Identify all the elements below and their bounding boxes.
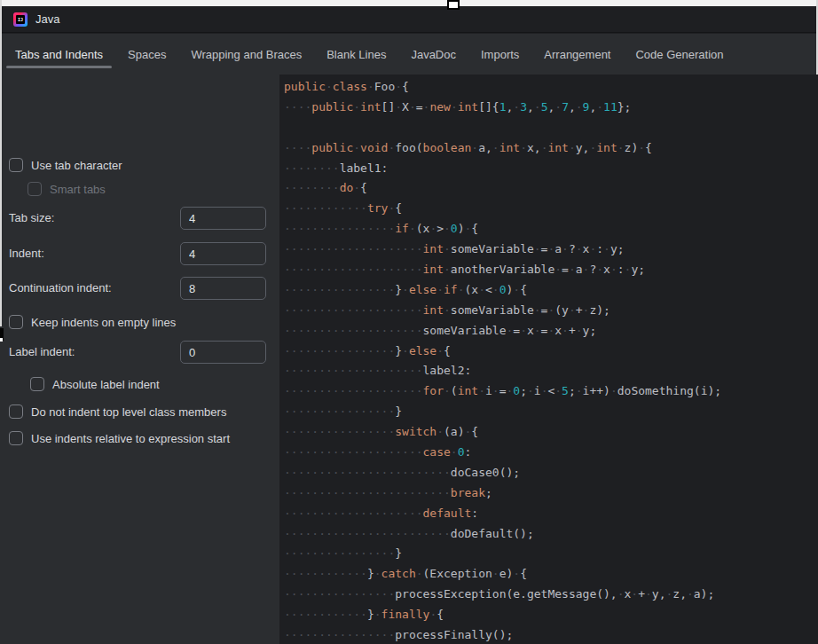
- tab-arrangement[interactable]: Arrangement: [531, 34, 623, 75]
- code-line: ····················for·(int·i·=·0;·i·<·…: [284, 381, 818, 402]
- window-resize-handle[interactable]: [447, 0, 460, 10]
- tab-imports[interactable]: Imports: [468, 34, 531, 75]
- code-line: ········do·{: [284, 178, 818, 199]
- do-not-indent-top-level-class-members-row[interactable]: Do not indent top level class members: [9, 404, 226, 419]
- code-preview: public·class·Foo·{····public·int[]·X·=·n…: [279, 75, 818, 644]
- screenshot-top-edge: [0, 0, 818, 6]
- indent-input[interactable]: [180, 242, 266, 265]
- code-line: ················}·else·if·(x·<·0)·{: [284, 280, 818, 301]
- window-title: Java: [35, 12, 59, 26]
- label-indent-input[interactable]: [180, 341, 266, 364]
- code-line: ····················default:: [284, 504, 818, 524]
- absolute-label-indent-row[interactable]: Absolute label indent: [30, 377, 160, 391]
- code-line: ················}: [284, 402, 818, 422]
- smart-tabs-label: Smart tabs: [50, 183, 106, 196]
- code-line: ····················someVariable·=·x·=·x…: [284, 321, 818, 342]
- title-bar: IJ Java: [0, 6, 818, 33]
- absolute-label-indent-label[interactable]: Absolute label indent: [52, 378, 160, 391]
- code-line: ····public·void·foo(boolean·a,·int·x,·in…: [284, 138, 818, 159]
- content: Use tab character Smart tabs Tab size: I…: [0, 75, 818, 644]
- do-not-indent-top-level-class-members-checkbox[interactable]: [9, 404, 23, 419]
- code-line: ························doDefault();: [284, 524, 818, 545]
- absolute-label-indent-checkbox[interactable]: [30, 377, 44, 391]
- code-style-java-window: IJ Java Tabs and IndentsSpacesWrapping a…: [0, 0, 818, 644]
- code-line: ····················int·someVariable·=·(…: [284, 301, 818, 321]
- code-line: ················}·else·{: [284, 342, 818, 362]
- code-line: ········label1:: [284, 159, 818, 179]
- label-indent-label: Label indent:: [9, 345, 75, 358]
- use-indents-relative-to-expression-start-label[interactable]: Use indents relative to expression start: [31, 432, 230, 445]
- smart-tabs-checkbox: [28, 182, 42, 196]
- do-not-indent-top-level-class-members-label[interactable]: Do not indent top level class members: [31, 405, 226, 419]
- code-line: public·class·Foo·{: [284, 77, 818, 98]
- code-line: ················switch·(a)·{: [284, 422, 818, 443]
- use-indents-relative-to-expression-start-checkbox[interactable]: [9, 431, 23, 445]
- tab-size-input[interactable]: [180, 207, 266, 230]
- code-line: ················if·(x·>·0)·{: [284, 219, 818, 240]
- code-line: ····················label2:: [284, 361, 818, 381]
- settings-panel: Use tab character Smart tabs Tab size: I…: [0, 75, 279, 644]
- tab-spaces[interactable]: Spaces: [115, 34, 178, 75]
- tab-blank-lines[interactable]: Blank Lines: [314, 34, 398, 75]
- continuation-indent-label: Continuation indent:: [9, 281, 112, 295]
- tab-tabs-and-indents[interactable]: Tabs and Indents: [3, 34, 115, 75]
- screenshot-left-tick-dot: [0, 338, 3, 342]
- code-line: ························doCase0();: [284, 463, 818, 483]
- code-line: ····public·int[]·X·=·new·int[]{1,·3,·5,·…: [284, 98, 818, 118]
- keep-indents-on-empty-lines-row[interactable]: Keep indents on empty lines: [9, 315, 176, 329]
- intellij-idea-logo-icon: IJ: [13, 12, 28, 27]
- code-line: ····················int·anotherVariable·…: [284, 260, 818, 280]
- code-line: [284, 118, 818, 138]
- tab-bar: Tabs and IndentsSpacesWrapping and Brace…: [0, 34, 818, 75]
- code-line: ····················int·someVariable·=·a…: [284, 240, 818, 260]
- smart-tabs-row: Smart tabs: [28, 182, 106, 196]
- use-indents-relative-to-expression-start-row[interactable]: Use indents relative to expression start: [9, 431, 230, 445]
- use-tab-character-row[interactable]: Use tab character: [9, 158, 122, 172]
- continuation-indent-input[interactable]: [180, 277, 266, 300]
- screenshot-left-edge: [0, 0, 2, 326]
- code-line: ················}: [284, 544, 818, 564]
- code-line: ························break;: [284, 483, 818, 504]
- code-line: ············try·{: [284, 199, 818, 219]
- tab-wrapping-and-braces[interactable]: Wrapping and Braces: [178, 34, 314, 75]
- code-line: ················processException(e.getMe…: [284, 585, 818, 605]
- use-tab-character-label[interactable]: Use tab character: [31, 159, 122, 172]
- code-line: ············}·catch·(Exception·e)·{: [284, 564, 818, 585]
- tab-size-label: Tab size:: [9, 211, 54, 224]
- tab-code-generation[interactable]: Code Generation: [623, 34, 735, 75]
- intellij-idea-logo-glyph: IJ: [16, 15, 25, 24]
- keep-indents-on-empty-lines-checkbox[interactable]: [9, 315, 23, 329]
- tab-javadoc[interactable]: JavaDoc: [398, 34, 468, 75]
- code-line: ················processFinally();: [284, 625, 818, 644]
- keep-indents-on-empty-lines-label[interactable]: Keep indents on empty lines: [31, 316, 176, 329]
- use-tab-character-checkbox[interactable]: [9, 158, 23, 172]
- code-line: ············}·finally·{: [284, 605, 818, 625]
- code-line: ····················case·0:: [284, 443, 818, 463]
- indent-label: Indent:: [9, 247, 44, 260]
